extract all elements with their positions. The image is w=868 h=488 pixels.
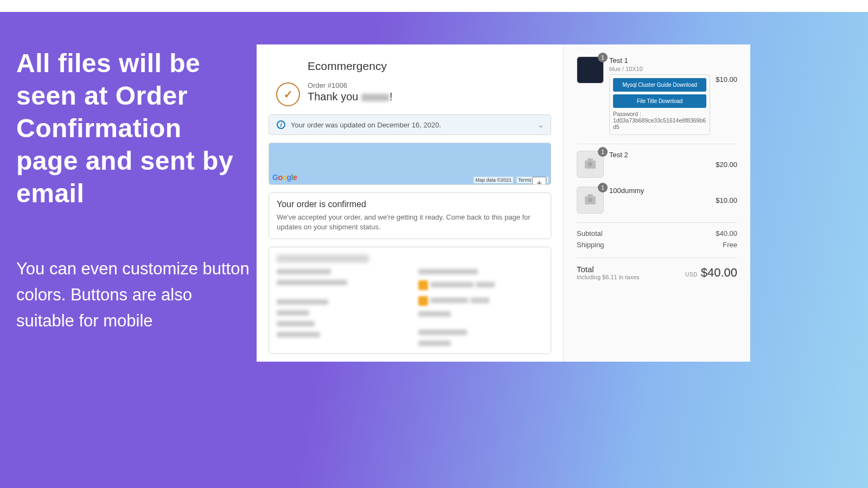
download-button[interactable]: File Title Download	[613, 94, 706, 108]
camera-icon	[585, 160, 596, 169]
product-thumb: 1	[577, 187, 604, 214]
map-preview[interactable]: Google Map data ©2021 Terms of Use + −	[269, 143, 551, 185]
qty-badge: 1	[598, 53, 608, 62]
download-button[interactable]: Mysql Cluster Guide Download	[613, 78, 706, 92]
screenshot-panel: Ecommergency ✓ Order #1006 Thank you ! i…	[257, 44, 750, 362]
store-name: Ecommergency	[308, 60, 551, 73]
product-thumb: 1	[577, 151, 604, 178]
qty-badge: 1	[598, 147, 608, 157]
customer-info-card	[269, 247, 551, 354]
chevron-down-icon[interactable]: ⌵	[539, 121, 543, 129]
cart-item: 1 100dummy $10.00	[577, 187, 737, 214]
cart-item: 1 Test 1 blue / 10X10 Mysql Cluster Guid…	[577, 56, 737, 135]
promo-subline: You can even customize button colors. Bu…	[16, 256, 250, 334]
currency-code: USD	[685, 272, 698, 278]
shipping-value: Free	[723, 241, 737, 249]
item-name: Test 2	[609, 151, 710, 159]
confirm-title: Your order is confirmed	[277, 200, 543, 209]
google-logo: Google	[272, 172, 297, 182]
promo-headline: All files will be seen at Order Confirma…	[16, 47, 250, 210]
camera-icon	[585, 196, 596, 204]
total-label: Total	[577, 265, 640, 274]
item-price: $10.00	[716, 196, 737, 204]
password-value: 1d03a73b689ce33c51614e8f8369b6d5	[613, 117, 706, 130]
zoom-in-button[interactable]: +	[533, 177, 546, 185]
confirm-text: We've accepted your order, and we're get…	[277, 213, 543, 232]
subtotal-value: $40.00	[716, 229, 737, 237]
shipping-label: Shipping	[577, 241, 604, 249]
tax-note: Including $6.11 in taxes	[577, 274, 640, 280]
total-amount: $40.00	[701, 266, 737, 279]
item-name: Test 1	[609, 56, 710, 65]
check-icon: ✓	[276, 82, 300, 106]
update-text: Your order was updated on December 16, 2…	[291, 121, 441, 129]
item-price: $20.00	[716, 160, 737, 169]
map-attr-data: Map data ©2021	[474, 177, 513, 183]
item-price: $10.00	[716, 75, 737, 84]
thank-you-text: Thank you !	[308, 91, 393, 103]
product-thumb: 1	[577, 56, 604, 84]
item-name: 100dummy	[609, 187, 710, 195]
password-label: Password :	[613, 111, 706, 117]
order-update-banner[interactable]: i Your order was updated on December 16,…	[269, 114, 551, 135]
item-variant: blue / 10X10	[609, 66, 710, 72]
subtotal-label: Subtotal	[577, 229, 603, 237]
qty-badge: 1	[598, 183, 608, 192]
order-number: Order #1006	[308, 81, 393, 89]
info-icon: i	[277, 120, 285, 129]
cart-item: 1 Test 2 $20.00	[577, 151, 737, 178]
